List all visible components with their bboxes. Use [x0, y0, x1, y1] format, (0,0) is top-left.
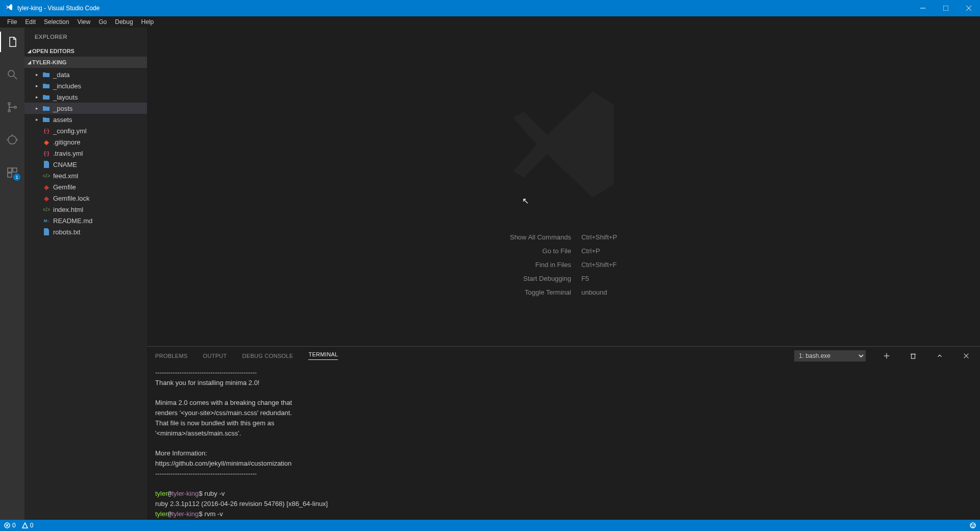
tree-item[interactable]: ▸_layouts [24, 91, 147, 103]
tree-item[interactable]: ▸_data [24, 69, 147, 80]
tree-label: _layouts [53, 93, 78, 101]
tree-label: README.md [53, 217, 92, 225]
shortcut-cmd: Go to File [510, 247, 571, 255]
tree-label: robots.txt [53, 228, 80, 236]
svg-rect-15 [8, 173, 12, 177]
tree-label: assets [53, 116, 72, 124]
panel-tab-terminal[interactable]: Terminal [308, 351, 338, 360]
tree-item[interactable]: ◆.gitignore [24, 136, 147, 148]
shortcut-key: F5 [581, 275, 617, 282]
tree-label: _includes [53, 82, 81, 90]
statusbar: 0 0 [0, 520, 980, 531]
tree-item[interactable]: CNAME [24, 159, 147, 170]
shortcut-key: unbound [581, 288, 617, 296]
menu-help[interactable]: Help [137, 17, 158, 27]
svg-line-5 [14, 76, 17, 79]
panel-tab-output[interactable]: Output [203, 353, 227, 359]
svg-rect-13 [8, 168, 12, 172]
maximize-button[interactable] [934, 0, 957, 16]
shortcut-key: Ctrl+P [581, 247, 617, 255]
menu-edit[interactable]: Edit [21, 17, 40, 27]
panel-tabs: ProblemsOutputDebug ConsoleTerminal 1: b… [147, 347, 980, 365]
svg-point-27 [974, 525, 974, 525]
status-warnings[interactable]: 0 [22, 522, 34, 529]
tree-item[interactable]: {·}_config.yml [24, 125, 147, 136]
chevron-down-icon: ◢ [28, 49, 31, 54]
welcome-view: Show All CommandsCtrl+Shift+PGo to FileC… [147, 28, 980, 346]
tree-label: _config.yml [53, 127, 87, 135]
section-label: TYLER-KING [32, 59, 66, 65]
svg-point-6 [8, 103, 10, 105]
terminal-select[interactable]: 1: bash.exe [794, 350, 866, 361]
menubar: FileEditSelectionViewGoDebugHelp [0, 16, 980, 28]
debug-icon[interactable] [0, 130, 24, 150]
tree-label: CNAME [53, 161, 77, 168]
shortcut-key: Ctrl+Shift+F [581, 261, 617, 269]
editor: Show All CommandsCtrl+Shift+PGo to FileC… [147, 28, 980, 520]
vscode-logo-icon [497, 78, 630, 213]
activitybar: 1 [0, 28, 24, 520]
tree-item[interactable]: ▸assets [24, 114, 147, 125]
window-title: tyler-king - Visual Studio Code [17, 5, 100, 12]
svg-point-9 [8, 136, 16, 144]
tree-label: _posts [53, 105, 72, 112]
feedback-icon[interactable] [970, 522, 976, 528]
svg-point-7 [8, 110, 10, 112]
open-editors-section[interactable]: ◢ Open Editors [24, 45, 147, 57]
tree-item[interactable]: ◆Gemfile.lock [24, 192, 147, 204]
chevron-down-icon: ◢ [28, 60, 31, 65]
explorer-icon[interactable] [0, 32, 24, 52]
shortcut-cmd: Toggle Terminal [510, 288, 571, 296]
tree-label: .gitignore [53, 138, 80, 146]
svg-rect-14 [13, 168, 17, 172]
tree-item[interactable]: robots.txt [24, 226, 147, 237]
close-button[interactable] [957, 0, 980, 16]
tree-item[interactable]: M↓README.md [24, 215, 147, 226]
file-tree: ▸_data▸_includes▸_layouts▸_posts▸assets{… [24, 68, 147, 237]
svg-point-4 [8, 70, 14, 77]
close-panel-button[interactable] [961, 350, 972, 361]
tree-label: Gemfile.lock [53, 195, 90, 202]
panel-tab-debug-console[interactable]: Debug Console [242, 353, 293, 359]
shortcut-cmd: Show All Commands [510, 233, 571, 241]
menu-selection[interactable]: Selection [40, 17, 73, 27]
menu-go[interactable]: Go [94, 17, 111, 27]
shortcut-cmd: Find in Files [510, 261, 571, 269]
tree-label: index.html [53, 206, 83, 213]
extensions-badge: 1 [13, 174, 20, 181]
tree-label: Gemfile [53, 183, 76, 191]
shortcut-cmd: Start Debugging [510, 275, 571, 282]
search-icon[interactable] [0, 64, 24, 85]
project-section[interactable]: ◢ TYLER-KING [24, 57, 147, 68]
maximize-panel-button[interactable] [934, 350, 945, 361]
menu-view[interactable]: View [73, 17, 94, 27]
menu-file[interactable]: File [3, 17, 21, 27]
sidebar-title: Explorer [24, 28, 147, 45]
menu-debug[interactable]: Debug [111, 17, 137, 27]
sidebar: Explorer ◢ Open Editors ◢ TYLER-KING ▸_d… [24, 28, 147, 520]
tree-label: feed.xml [53, 172, 78, 180]
shortcut-list: Show All CommandsCtrl+Shift+PGo to FileC… [510, 233, 617, 296]
svg-point-26 [972, 525, 972, 525]
kill-terminal-button[interactable] [908, 350, 919, 361]
tree-item[interactable]: </>feed.xml [24, 170, 147, 181]
panel: ProblemsOutputDebug ConsoleTerminal 1: b… [147, 346, 980, 520]
extensions-icon[interactable]: 1 [0, 162, 24, 183]
svg-point-8 [14, 106, 16, 108]
tree-item[interactable]: ▸_includes [24, 80, 147, 91]
tree-item[interactable]: ▸_posts [24, 103, 147, 114]
terminal-output[interactable]: ----------------------------------------… [147, 365, 980, 520]
tree-item[interactable]: ◆Gemfile [24, 181, 147, 192]
source-control-icon[interactable] [0, 97, 24, 117]
tree-item[interactable]: </>index.html [24, 204, 147, 215]
shortcut-key: Ctrl+Shift+P [581, 233, 617, 241]
tree-label: _data [53, 71, 70, 79]
titlebar: tyler-king - Visual Studio Code [0, 0, 980, 16]
tree-item[interactable]: {·}.travis.yml [24, 148, 147, 159]
new-terminal-button[interactable] [881, 350, 892, 361]
status-errors[interactable]: 0 [4, 522, 16, 529]
panel-tab-problems[interactable]: Problems [155, 353, 188, 359]
svg-rect-18 [912, 354, 915, 358]
vscode-icon [5, 3, 13, 13]
minimize-button[interactable] [911, 0, 934, 16]
